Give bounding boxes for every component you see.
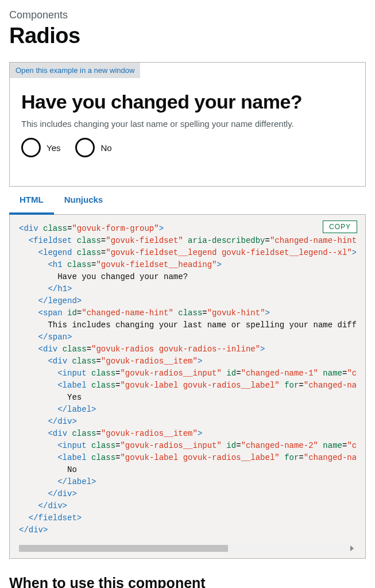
page-title: Radios — [9, 24, 366, 48]
radio-label: No — [100, 143, 111, 153]
usage-heading: When to use this component — [9, 575, 366, 588]
radio-group: Yes No — [21, 138, 354, 157]
horizontal-scrollbar[interactable] — [19, 544, 356, 552]
code-tabs: HTML Nunjucks — [9, 187, 366, 215]
radio-item-no[interactable]: No — [75, 138, 111, 157]
tab-nunjucks[interactable]: Nunjucks — [54, 187, 114, 214]
open-example-link[interactable]: Open this example in a new window — [10, 63, 140, 78]
example-heading: Have you changed your name? — [21, 91, 354, 113]
scrollbar-thumb[interactable] — [19, 545, 228, 552]
radio-circle-icon — [21, 138, 41, 157]
code-block[interactable]: <div class="govuk-form-group"> <fieldset… — [19, 223, 356, 543]
example-body: Have you changed your name? This include… — [10, 78, 365, 186]
radio-label: Yes — [47, 143, 60, 153]
category-label: Components — [9, 9, 366, 21]
copy-button[interactable]: COPY — [323, 220, 357, 233]
example-frame: Open this example in a new window Have y… — [9, 62, 366, 187]
radio-item-yes[interactable]: Yes — [21, 138, 60, 157]
tab-html[interactable]: HTML — [9, 187, 54, 215]
radio-circle-icon — [75, 138, 95, 157]
scrollbar-arrow-right-icon[interactable] — [350, 546, 354, 551]
code-panel: COPY <div class="govuk-form-group"> <fie… — [9, 215, 366, 559]
example-hint: This includes changing your last name or… — [21, 119, 354, 129]
